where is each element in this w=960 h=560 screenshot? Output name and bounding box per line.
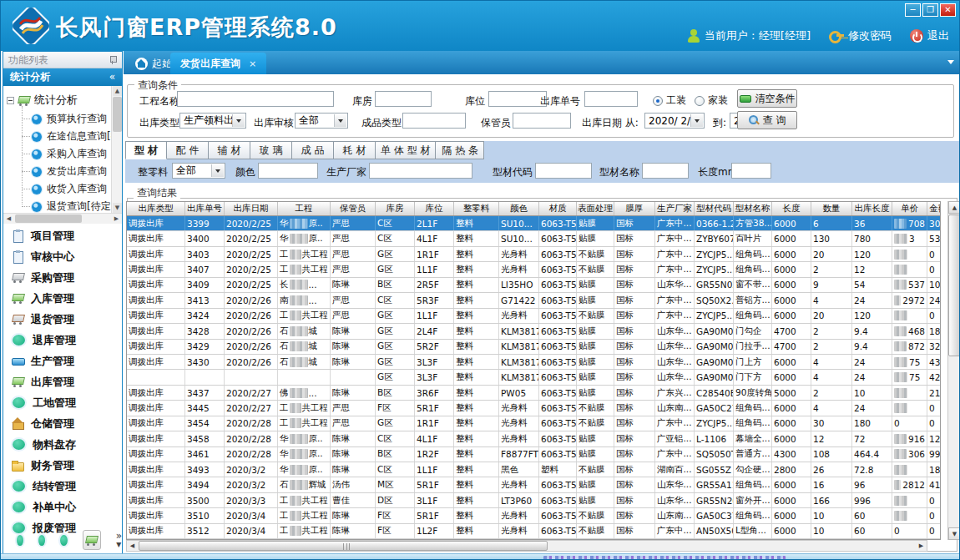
table-horizontal-scrollbar[interactable]: ◀ ▶ <box>126 540 927 552</box>
out-type-combo[interactable]: 生产领料出库 <box>179 113 246 129</box>
tab-shipping-query[interactable]: 发货出库查询 × <box>170 53 266 74</box>
material-tab-4[interactable]: 成 品 <box>292 141 334 159</box>
table-row[interactable]: 调拨出库34452020/2/27工共工程严思F区5R1F整料光身料6063-T… <box>127 401 940 416</box>
clear-conditions-button[interactable]: 清空条件 <box>737 89 797 108</box>
logout-button[interactable]: 退出 <box>910 28 949 43</box>
sidebar-group-12[interactable]: 结转管理 <box>3 476 122 497</box>
sidebar-group-10[interactable]: 物料盘存 <box>3 434 122 455</box>
search-button[interactable]: 查 询 <box>737 111 797 129</box>
dropdown-arrow-icon[interactable] <box>690 114 703 127</box>
material-tab-7[interactable]: 隔 热 条 <box>436 141 484 159</box>
product-type-input[interactable] <box>402 113 466 129</box>
material-tab-6[interactable]: 单 体 型 材 <box>376 141 436 159</box>
col-header-whole-part[interactable]: 整零料 <box>454 202 499 215</box>
sidebar-group-4[interactable]: 退货管理 <box>3 309 122 330</box>
scroll-right-icon[interactable]: ▶ <box>112 214 121 224</box>
table-row[interactable]: 调拨出库34092020/2/25长...陈琳B区2R5F整料LI35HO606… <box>127 278 940 293</box>
table-row[interactable]: 调拨出库34302020/2/26石城陈琳G区3L3F整料KLM38176063… <box>127 355 940 370</box>
col-header-keeper[interactable]: 保管员 <box>331 202 376 215</box>
col-header-location[interactable]: 库位 <box>415 202 454 215</box>
table-row[interactable]: 调拨出库35122020/3/4工共工程陈琳F区1L2F整料光身料6063-T5… <box>127 524 940 539</box>
material-tab-1[interactable]: 配 件 <box>167 141 209 159</box>
out-audit-combo[interactable]: 全部 <box>295 113 348 129</box>
col-header-unit-price[interactable]: 单价 <box>892 202 927 215</box>
col-header-date[interactable]: 出库日期 <box>225 202 278 215</box>
col-header-order-no[interactable]: 出库单号 <box>185 202 225 215</box>
scroll-thumb[interactable] <box>113 97 122 132</box>
project-name-input[interactable] <box>177 91 334 107</box>
tree-item-0[interactable]: 预算执行查询 <box>22 110 121 128</box>
tree-item-1[interactable]: 在途信息查询[待 <box>22 128 121 145</box>
col-header-color[interactable]: 颜色 <box>499 202 539 215</box>
col-header-film-thickness[interactable]: 膜厚 <box>614 202 655 215</box>
table-row[interactable]: 调拨出库34292020/2/26石城陈琳G区5R2F整料KLM38176063… <box>127 340 940 355</box>
col-header-warehouse[interactable]: 库房 <box>376 202 415 215</box>
scroll-up-icon[interactable]: ▲ <box>113 86 122 96</box>
sidebar-group-5[interactable]: 退库管理 <box>3 330 122 351</box>
dropdown-arrow-icon[interactable] <box>334 114 346 127</box>
tabbar-dropdown-icon[interactable] <box>947 60 954 64</box>
col-header-maker[interactable]: 生产厂家 <box>655 202 695 215</box>
sidebar-group-1[interactable]: 审核中心 <box>3 246 122 267</box>
dropdown-arrow-icon[interactable] <box>232 114 245 127</box>
tree-root[interactable]: 统计分析 <box>7 93 78 108</box>
scroll-up-icon[interactable]: ▲ <box>948 201 960 214</box>
col-header-project[interactable]: 工程 <box>278 202 331 215</box>
table-row[interactable]: 调拨出库34032020/2/25工共工程严思G区1R1F整料光身料6063-T… <box>127 247 940 262</box>
scroll-down-icon[interactable]: ▼ <box>948 527 960 540</box>
col-header-out-length[interactable]: 出库长度 <box>852 202 892 215</box>
footer-dot-button-1[interactable] <box>17 535 23 546</box>
col-header-material[interactable]: 材质 <box>539 202 577 215</box>
sidebar-group-6[interactable]: 生产管理 <box>3 351 122 371</box>
table-row[interactable]: 调拨出库35102020/3/4工共工程陈琳F区5R1F整料光身料6063-T5… <box>127 508 940 523</box>
radio-work-install[interactable]: 工装 <box>653 93 686 108</box>
sidebar-group-13[interactable]: 补单中心 <box>3 497 122 517</box>
scroll-thumb[interactable] <box>15 214 82 223</box>
sidebar-group-0[interactable]: 项目管理 <box>3 225 122 246</box>
sidebar-group-8[interactable]: 工地管理 <box>3 392 122 413</box>
col-header-profile-code[interactable]: 型材代码 <box>695 202 734 215</box>
col-header-type[interactable]: 出库类型 <box>127 202 185 215</box>
footer-more-button[interactable]: »▾ <box>116 532 122 548</box>
material-tab-5[interactable]: 耗 材 <box>334 141 376 159</box>
whole-part-combo[interactable]: 全部 <box>172 163 225 179</box>
scroll-left-icon[interactable]: ◀ <box>127 541 138 551</box>
tree-expander-icon[interactable] <box>7 97 14 104</box>
col-header-length[interactable]: 长度 <box>772 202 811 215</box>
scroll-thumb[interactable] <box>948 214 960 356</box>
scroll-left-icon[interactable]: ◀ <box>4 214 13 224</box>
sidebar-group-3[interactable]: 入库管理 <box>3 288 122 309</box>
footer-dot-button-3[interactable] <box>60 535 67 546</box>
maker-input[interactable] <box>369 163 472 179</box>
table-row[interactable]: 调拨出库34612020/2/28华原..陈琳B区1R2F整料F8877FT60… <box>127 447 940 462</box>
change-password-button[interactable]: 修改密码 <box>829 28 892 43</box>
material-tab-3[interactable]: 玻 璃 <box>250 141 292 159</box>
scroll-thumb[interactable] <box>139 541 548 551</box>
sidebar-group-9[interactable]: 仓储管理 <box>3 413 122 434</box>
table-row[interactable]: 调拨出库34072020/2/25工共工程严思G区1L1F整料光身料6063-T… <box>127 262 940 277</box>
order-no-input[interactable] <box>584 91 638 107</box>
color-input[interactable] <box>258 163 318 179</box>
table-row[interactable]: 调拨出库34932020/3/2华原..陈琳C区1L1F整料黑色塑料不贴膜国标湖… <box>127 462 940 477</box>
col-header-qty[interactable]: 数量 <box>811 202 852 215</box>
profile-name-input[interactable] <box>642 163 689 179</box>
table-row[interactable]: 调拨出库34372020/2/27佛...陈琳B区3R6F整料PW056063-… <box>127 386 940 401</box>
collapse-arrow[interactable]: « <box>109 68 115 86</box>
col-header-amount[interactable]: 金额 <box>927 202 941 215</box>
scroll-right-icon[interactable]: ▶ <box>916 541 927 551</box>
tab-close-icon[interactable]: × <box>249 58 256 69</box>
table-row[interactable]: 调拨出库34132020/2/26南...严思C区5R3F整料G71422606… <box>127 293 940 308</box>
tree-item-2[interactable]: 采购入库查询 <box>22 145 121 163</box>
pin-icon[interactable] <box>109 56 117 64</box>
warehouse-input[interactable] <box>375 91 432 107</box>
table-row[interactable]: 调拨出库34582020/2/28华原..陈琳C区4L1F整料光身料6063-T… <box>127 431 940 446</box>
maximize-button[interactable]: ❐ <box>922 3 938 17</box>
material-tab-2[interactable]: 辅 材 <box>209 141 250 159</box>
scroll-down-icon[interactable]: ▼ <box>113 203 122 213</box>
table-row[interactable]: 调拨出库34942020/3/2石辉城汤伟M区5R1F整料光身料6063-T5贴… <box>127 477 940 492</box>
footer-dot-button-2[interactable] <box>38 535 45 546</box>
table-row[interactable]: 调拨出库34242020/2/26工共工程严思G区1L1F整料光身料6063-T… <box>127 309 940 324</box>
table-row[interactable]: 调拨出库35002020/3/3工共工程曹佳D区3L1F整料LT3P606063… <box>127 493 940 508</box>
table-row[interactable]: 调拨出库33992020/2/25华原..严思C区2L1F整料SU10...60… <box>127 216 940 231</box>
sidebar-group-7[interactable]: 出库管理 <box>3 371 122 392</box>
